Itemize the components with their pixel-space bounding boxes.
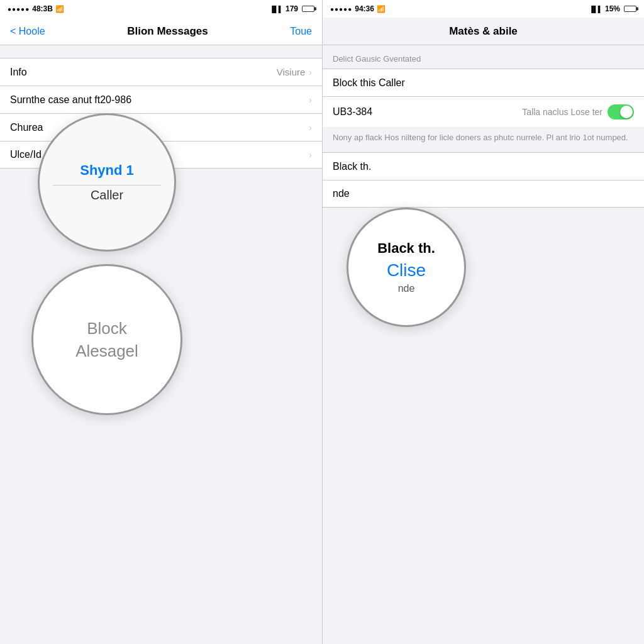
black-th-row[interactable]: Black th. [323,152,644,180]
magnify-large-text: Black th. [377,240,435,257]
right-signal-bars: ▐▌▌ [589,6,602,13]
signal-bars: ▐▌▌ [270,6,283,13]
churea-row[interactable]: Churea › [0,113,322,141]
visiure-text: Visiure [277,67,306,77]
surnthe-label: Surnthe case anut ft20-986 [10,94,131,106]
chevron-icon: › [309,150,312,160]
battery-icon [302,6,314,12]
toggle-container: Talla naclus Lose ter [522,104,634,119]
toggle-label: Talla naclus Lose ter [522,107,602,117]
left-panel: ●●●●● 48:3B 📶 ▐▌▌ 179 < Hoole Blion Mess… [0,0,322,644]
chevron-icon: › [309,67,312,77]
magnify-divider [53,185,160,186]
block-caller-row[interactable]: Block this Caller [323,69,644,96]
chevron-icon: › [309,123,312,133]
right-signal-dots: ●●●●● [330,6,352,13]
right-time-display: 94:36 [355,4,374,13]
nav-action-button[interactable]: Toue [290,26,312,37]
signal-dots: ●●●●● [8,6,30,13]
magnify-circle-top: Shynd 1 Caller [38,113,176,252]
black-th-label: Black th. [333,161,371,172]
right-status-bar: ●●●●● 94:36 📶 ▐▌▌ 15% [323,0,644,18]
ulce-label: Ulce/Id [10,149,42,160]
info-row[interactable]: Info Visiure › [0,58,322,86]
churea-right: › [309,123,312,133]
right-battery-icon [624,6,636,12]
right-content: Delict Gausic Gventated Block this Calle… [323,45,644,644]
churea-label: Churea [10,122,43,133]
magnify-small-text: nde [398,283,415,294]
toggle-switch[interactable] [608,104,634,119]
magnify-circle-bottom: Block Alesagel [31,264,182,415]
block-caller-label: Block this Caller [333,77,405,89]
ulce-right: › [309,150,312,160]
magnify-top-line1: Shynd 1 [80,162,134,179]
right-status-left: ●●●●● 94:36 📶 [330,4,386,13]
right-battery-percent: 15% [605,4,620,13]
surnthe-row[interactable]: Surnthe case anut ft20-986 › [0,86,322,113]
left-status-bar: ●●●●● 48:3B 📶 ▐▌▌ 179 [0,0,322,18]
right-nav-title: Matès & abile [449,25,518,38]
info-right: Visiure › [277,67,312,77]
left-status-left: ●●●●● 48:3B 📶 [8,4,64,13]
chevron-icon: › [309,95,312,105]
magnify-blue-text[interactable]: Clise [387,260,426,280]
nde-row: nde [323,180,644,208]
right-nav-bar: Matès & abile [323,18,644,45]
magnify-top-line2: Caller [91,188,123,203]
wifi-icon: 📶 [55,5,64,13]
right-magnify-circle: Black th. Clise nde [347,208,466,327]
nav-title: Blion Messages [127,25,208,38]
right-status-right: ▐▌▌ 15% [589,4,636,13]
magnify-bottom-text: Block Alesagel [75,317,138,363]
right-section-header: Delict Gausic Gventated [323,45,644,69]
back-button[interactable]: < Hoole [10,26,45,37]
ub3-row: UB3-384 Talla naclus Lose ter [323,96,644,127]
left-status-right: ▐▌▌ 179 [270,4,314,13]
ub3-label: UB3-384 [333,106,372,118]
right-panel: ●●●●● 94:36 📶 ▐▌▌ 15% Matès & abile Deli… [322,0,644,644]
battery-level: 179 [286,4,298,13]
info-label: Info [10,67,27,78]
surnthe-right: › [309,95,312,105]
description-text: Nony ap flack Hos nilteng for licle done… [323,127,644,152]
right-wifi-icon: 📶 [377,5,386,13]
time-display: 48:3B [32,4,53,13]
left-nav-bar: < Hoole Blion Messages Toue [0,18,322,45]
nde-label: nde [333,188,350,199]
